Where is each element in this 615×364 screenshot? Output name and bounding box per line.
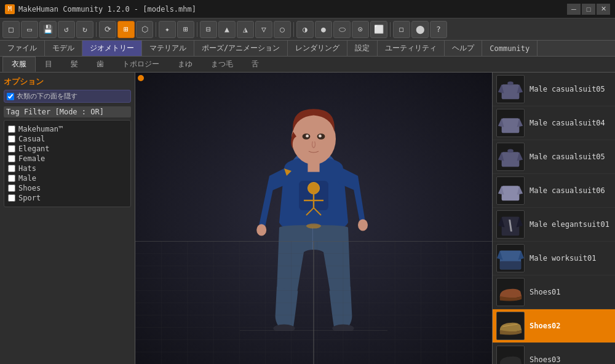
maximize-button[interactable]: □ <box>582 4 595 15</box>
viewport-inner <box>135 73 492 364</box>
body-tool-button[interactable]: ▲ <box>218 21 236 38</box>
subdivide-tool-button[interactable]: ⊟ <box>200 21 217 38</box>
clothing-item-7[interactable]: Shoes02 <box>493 309 615 343</box>
svg-point-2 <box>308 182 319 194</box>
clothing-item-2[interactable]: Male casualsuit05 <box>493 140 615 174</box>
face-tool-button[interactable]: ○ <box>274 21 291 38</box>
clothing-label-5: Male worksuit01 <box>530 254 596 263</box>
svg-point-29 <box>507 149 514 153</box>
menu-pose[interactable]: ポーズ/アニメーション <box>194 41 288 56</box>
clothing-item-6[interactable]: Shoes01 <box>493 275 615 309</box>
hair-tool-button[interactable]: ◮ <box>237 21 254 38</box>
tab-衣服[interactable]: 衣服 <box>2 57 36 72</box>
menu-help[interactable]: ヘルプ <box>445 41 482 56</box>
clothing-thumb-5 <box>496 244 525 272</box>
pose-tool-button[interactable]: ⟳ <box>99 21 116 38</box>
save-tool-button[interactable]: 💾 <box>39 21 57 38</box>
app-icon: M <box>5 4 15 14</box>
tag-checkbox-elegant[interactable] <box>8 145 15 152</box>
clothing-item-0[interactable]: Male casualsuit05 <box>493 73 615 106</box>
menu-geometry[interactable]: ジオメトリー <box>82 41 142 56</box>
cube-tool-button[interactable]: ⬜ <box>370 21 387 38</box>
new-tool-button[interactable]: □ <box>2 21 20 38</box>
options-title: オプション <box>4 76 131 87</box>
clothing-item-1[interactable]: Male casualsuit04 <box>493 106 615 140</box>
menu-file[interactable]: ファイル <box>0 41 45 56</box>
help-tool-button[interactable]: ? <box>430 21 447 38</box>
clothing-label-6: Shoes01 <box>530 288 561 296</box>
clothing-thumb-6 <box>496 278 525 306</box>
tab-舌[interactable]: 舌 <box>242 57 268 72</box>
sphere-tool-button[interactable]: ◑ <box>296 21 314 38</box>
tab-目[interactable]: 目 <box>36 57 62 72</box>
tag-checkbox-female[interactable] <box>8 155 15 162</box>
tag-filter-title: Tag Filter [Mode : OR] <box>4 106 131 117</box>
menu-material[interactable]: マテリアル <box>142 41 194 56</box>
hide-faces-checkbox[interactable] <box>7 93 14 100</box>
menu-community[interactable]: Community <box>482 41 538 56</box>
tag-label-shoes: Shoes <box>18 184 41 192</box>
clothing-item-5[interactable]: Male worksuit01 <box>493 242 615 275</box>
tag-filter-elegant[interactable]: Elegant <box>8 144 127 154</box>
clothing-active-tool-button[interactable]: ⊞ <box>117 21 135 38</box>
tab-まゆ[interactable]: まゆ <box>169 57 202 72</box>
clothing-item-3[interactable]: Male casualsuit06 <box>493 174 615 208</box>
close-button[interactable]: ✕ <box>597 4 610 15</box>
clothing-thumb-7 <box>496 312 525 340</box>
svg-rect-33 <box>500 261 521 269</box>
titlebar: M MakeHuman Community 1.2.0 - [models.mh… <box>0 0 615 18</box>
tag-label-hats: Hats <box>18 164 36 173</box>
tab-歯[interactable]: 歯 <box>87 57 113 72</box>
redo-tool-button[interactable]: ↻ <box>76 21 93 38</box>
clothing-thumb-3 <box>496 176 525 205</box>
menubar: ファイルモデルジオメトリーマテリアルポーズ/アニメーションレンダリング設定ユーテ… <box>0 41 615 57</box>
tag-label-makehuman™: Makehuman™ <box>18 125 63 133</box>
tag-filter-makehuman™[interactable]: Makehuman™ <box>8 124 127 134</box>
body2-tool-button[interactable]: ▽ <box>255 21 272 38</box>
svg-rect-19 <box>308 161 319 172</box>
tag-checkbox-male[interactable] <box>8 175 15 182</box>
cylinder-tool-button[interactable]: ⬭ <box>333 21 351 38</box>
tag-filter-male[interactable]: Male <box>8 173 127 183</box>
tag-checkbox-hats[interactable] <box>8 165 15 172</box>
tag-filter-hats[interactable]: Hats <box>8 164 127 173</box>
wire-tool-button[interactable]: ⬡ <box>136 21 153 38</box>
menu-model[interactable]: モデル <box>45 41 82 56</box>
hide-faces-label: 衣類の下の面を隠す <box>17 92 77 101</box>
svg-point-14 <box>306 135 309 138</box>
tag-filter-casual[interactable]: Casual <box>8 134 127 144</box>
tab-まつ毛[interactable]: まつ毛 <box>202 57 242 72</box>
grid-tool-button[interactable]: ⊞ <box>177 21 194 38</box>
open-tool-button[interactable]: ▭ <box>21 21 38 38</box>
tag-filter-female[interactable]: Female <box>8 154 127 164</box>
viewport[interactable] <box>135 73 492 364</box>
clothing-item-8[interactable]: Shoes03 <box>493 343 615 364</box>
clothing-thumb-8 <box>496 346 525 364</box>
right-panel: Male casualsuit05 Male casualsuit04 Male… <box>492 73 615 364</box>
clothing-label-4: Male elegantsuit01 <box>530 220 609 229</box>
torus-tool-button[interactable]: ⊙ <box>352 21 369 38</box>
tag-checkbox-casual[interactable] <box>8 135 15 143</box>
tag-filter-shoes[interactable]: Shoes <box>8 183 127 193</box>
menu-utility[interactable]: ユーティリティ <box>378 41 445 56</box>
menu-render[interactable]: レンダリング <box>288 41 347 56</box>
tag-checkbox-shoes[interactable] <box>8 184 15 192</box>
clothing-thumb-0 <box>496 75 525 103</box>
corner-indicator <box>138 75 144 81</box>
undo-tool-button[interactable]: ↺ <box>58 21 75 38</box>
hide-faces-option[interactable]: 衣類の下の面を隠す <box>4 90 131 103</box>
smooth-tool-button[interactable]: ✦ <box>159 21 176 38</box>
tag-filter-sport[interactable]: Sport <box>8 193 127 203</box>
tab-トポロジー[interactable]: トポロジー <box>113 57 169 72</box>
menu-settings[interactable]: 設定 <box>347 41 378 56</box>
minimize-button[interactable]: ─ <box>567 4 581 15</box>
tag-checkbox-sport[interactable] <box>8 194 15 202</box>
tab-髪[interactable]: 髪 <box>62 57 87 72</box>
sphere2-tool-button[interactable]: ● <box>315 21 332 38</box>
plane-tool-button[interactable]: ◻ <box>393 21 410 38</box>
svg-point-17 <box>358 219 368 231</box>
tag-checkbox-makehuman™[interactable] <box>8 125 15 133</box>
camera-tool-button[interactable]: ⬤ <box>411 21 429 38</box>
clothing-item-4[interactable]: Male elegantsuit01 <box>493 208 615 242</box>
tag-label-casual: Casual <box>18 135 45 143</box>
